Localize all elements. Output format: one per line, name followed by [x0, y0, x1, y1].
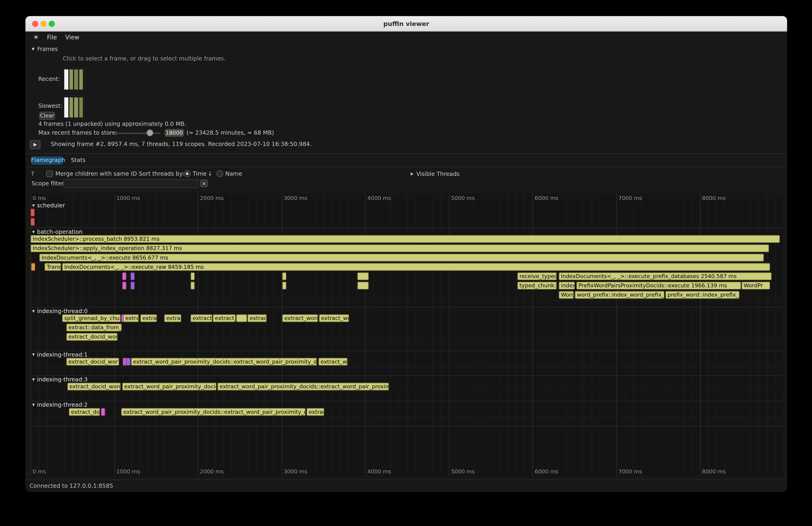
- scope-sliver[interactable]: [122, 272, 126, 280]
- tab-flamegraph[interactable]: Flamegraph: [31, 157, 63, 165]
- scope-bar[interactable]: extract: [247, 314, 267, 322]
- slider-knob[interactable]: [146, 130, 153, 136]
- scope-sliver[interactable]: [31, 209, 35, 217]
- scope-bar[interactable]: typed_chunk::w: [517, 282, 556, 290]
- scope-bar[interactable]: extract_word_pair_proximity_docids::extr…: [131, 358, 317, 366]
- scope-bar[interactable]: extract: [123, 314, 139, 322]
- scope-bar[interactable]: prefix_word::index_prefix_wo: [665, 291, 739, 299]
- scope-bar[interactable]: index: [559, 282, 575, 290]
- scope-sliver[interactable]: [236, 314, 247, 322]
- thread-header-indexing-thread:1[interactable]: ▼indexing-thread:1: [32, 351, 88, 358]
- titlebar[interactable]: puffin viewer: [26, 16, 787, 31]
- scope-sliver[interactable]: [122, 282, 126, 290]
- scope-bar[interactable]: Trans: [44, 263, 61, 271]
- sort-direction-icon[interactable]: ↓: [208, 170, 213, 177]
- scope-bar[interactable]: PrefixWordPairsProximityDocids::execute …: [576, 282, 741, 290]
- time-tick-label: 0 ms: [33, 195, 46, 201]
- scope-sliver[interactable]: [31, 263, 35, 271]
- scope-sliver[interactable]: [101, 408, 105, 416]
- scope-bar[interactable]: extrac: [307, 408, 324, 416]
- scope-bar[interactable]: Word: [559, 291, 574, 299]
- thread-header-batch-operation[interactable]: ▼batch-operation: [32, 229, 83, 235]
- sort-time-label[interactable]: Time: [192, 170, 206, 177]
- scope-bar[interactable]: IndexDocuments<_, _>::execute_raw 8459.1…: [62, 263, 770, 271]
- scope-sliver[interactable]: [31, 218, 35, 226]
- scope-bar[interactable]: extract_word: [282, 314, 318, 322]
- scope-bar[interactable]: IndexScheduler>::process_batch 8953.821 …: [31, 235, 780, 243]
- scope-bar[interactable]: extract_: [213, 314, 235, 322]
- frame-thumbnail-bar[interactable]: [64, 97, 68, 117]
- visible-threads-header[interactable]: ▶Visible Threads: [411, 170, 460, 178]
- scope-bar[interactable]: extract_word_pair_proximity_docids: [122, 383, 216, 391]
- sort-name-label[interactable]: Name: [225, 170, 242, 177]
- tab-stats[interactable]: Stats: [71, 157, 86, 164]
- scope-bar[interactable]: extract_doc: [69, 408, 100, 416]
- scope-bar[interactable]: extra: [141, 314, 157, 322]
- scope-bar[interactable]: extract_docid_wor: [66, 333, 117, 341]
- play-button[interactable]: ▶: [30, 141, 41, 149]
- frame-thumbnail-bar[interactable]: [69, 69, 73, 89]
- scope-sliver[interactable]: [282, 272, 287, 280]
- scope-sliver[interactable]: [190, 272, 195, 280]
- collapse-arrow-icon: ▼: [32, 403, 35, 407]
- frame-thumbnail-bar[interactable]: [79, 97, 83, 117]
- scope-bar[interactable]: IndexDocuments<_, _>::execute 8656.677 m…: [39, 254, 764, 262]
- scope-bar[interactable]: IndexScheduler>::apply_index_operation 8…: [31, 245, 769, 252]
- thread-header-indexing-thread:3[interactable]: ▼indexing-thread:3: [32, 377, 88, 383]
- theme-toggle-icon[interactable]: ☀: [33, 33, 39, 41]
- clear-frames-button[interactable]: Clear: [39, 112, 55, 120]
- recent-frames-thumbnail[interactable]: [62, 68, 84, 91]
- merge-children-label[interactable]: Merge children with same ID: [55, 170, 137, 177]
- scope-sliver[interactable]: [190, 282, 195, 290]
- sort-name-radio[interactable]: [216, 170, 223, 177]
- row-separator: [31, 391, 783, 392]
- separator: [26, 153, 787, 154]
- time-tick-label: 3000 ms: [284, 195, 307, 201]
- scope-bar[interactable]: IndexDocuments<_, _>::execute_prefix_dat…: [559, 272, 771, 280]
- thread-header-indexing-thread:0[interactable]: ▼indexing-thread:0: [32, 308, 88, 315]
- sort-time-radio[interactable]: [184, 170, 190, 177]
- frame-thumbnail-bar[interactable]: [74, 69, 78, 89]
- scope-bar[interactable]: extract_word_pair_proximity_docids::extr…: [121, 408, 305, 416]
- frame-thumbnail-bar[interactable]: [64, 69, 68, 89]
- scope-bar[interactable]: extract::data_from_ob: [66, 324, 122, 332]
- scope-bar[interactable]: WordPr: [742, 282, 770, 290]
- max-frames-value[interactable]: 18000: [165, 129, 184, 137]
- frame-thumbnail-bar[interactable]: [69, 97, 73, 117]
- scope-bar[interactable]: extract_docid_wor: [66, 358, 119, 366]
- scope-bar[interactable]: receive_typed_: [517, 272, 556, 280]
- scope-bar[interactable]: split_grenad_by_chun: [62, 314, 121, 322]
- scope-bar[interactable]: extract_word_pair_proximity_docids::extr…: [218, 383, 389, 391]
- help-icon[interactable]: ?: [31, 170, 34, 177]
- scope-sliver[interactable]: [357, 282, 369, 290]
- frame-thumbnail-bar[interactable]: [79, 69, 83, 89]
- scope-sliver[interactable]: [130, 282, 135, 290]
- time-tick-label: 1000 ms: [116, 468, 140, 474]
- frame-thumbnail-bar[interactable]: [74, 97, 78, 117]
- scope-bar[interactable]: extract_wo: [319, 314, 349, 322]
- scope-sliver[interactable]: [127, 358, 131, 366]
- menu-view[interactable]: View: [66, 33, 79, 41]
- scope-sliver[interactable]: [130, 272, 135, 280]
- frames-section-header[interactable]: ▼Frames: [31, 46, 58, 53]
- scope-bar[interactable]: word_prefix::index_word_prefix_: [575, 291, 665, 299]
- scope-bar[interactable]: extrac: [164, 314, 181, 322]
- time-tick-label: 4000 ms: [367, 195, 391, 201]
- scope-filter-input[interactable]: [63, 179, 199, 188]
- merge-children-checkbox[interactable]: [46, 170, 53, 177]
- collapse-arrow-icon: ▼: [32, 203, 35, 208]
- scope-bar[interactable]: extract_wo: [318, 358, 347, 366]
- slowest-frames-thumbnail[interactable]: [62, 96, 84, 119]
- slider-track[interactable]: [114, 133, 161, 134]
- clear-filter-button[interactable]: ×: [201, 179, 208, 187]
- scope-sliver[interactable]: [282, 282, 287, 290]
- menu-file[interactable]: File: [47, 33, 57, 41]
- scope-bar[interactable]: extract_: [190, 314, 212, 322]
- time-tick-label: 2000 ms: [200, 468, 223, 474]
- scope-bar[interactable]: extract_docid_word: [67, 383, 120, 391]
- thread-header-scheduler[interactable]: ▼scheduler: [32, 203, 65, 209]
- max-frames-slider[interactable]: [114, 130, 161, 137]
- flamegraph-canvas[interactable]: 0 ms0 ms1000 ms1000 ms2000 ms2000 ms3000…: [31, 193, 783, 477]
- thread-header-indexing-thread:2[interactable]: ▼indexing-thread:2: [32, 402, 88, 408]
- scope-sliver[interactable]: [357, 272, 369, 280]
